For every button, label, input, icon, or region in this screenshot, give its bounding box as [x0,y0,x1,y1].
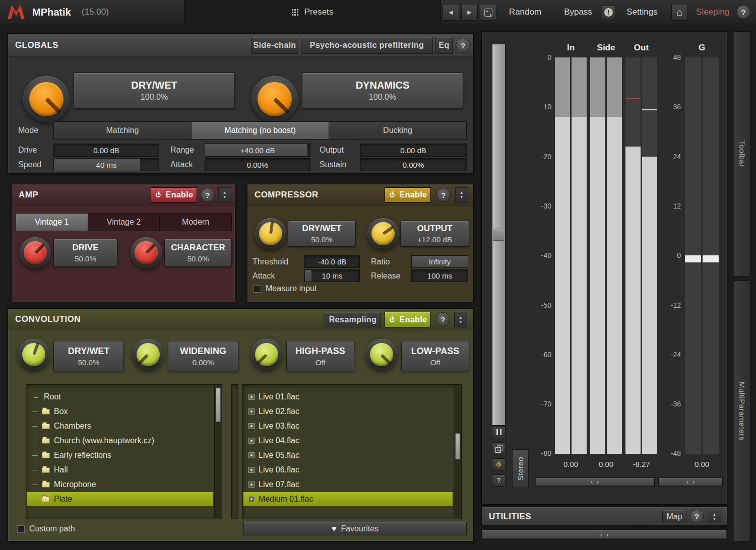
ratio-value[interactable]: Infinity [411,255,468,268]
output-value[interactable]: 0.00 dB [360,144,467,157]
tree-item-root[interactable]: Root [27,390,213,404]
global-drywet-knob[interactable] [23,76,70,122]
utilities-help-button[interactable]: ? [690,510,704,523]
amp-character-knob[interactable] [131,237,162,268]
psycho-acoustic-button[interactable]: Psycho-acoustic prefiltering [301,37,433,54]
custom-path-toggle[interactable]: Custom path [17,524,75,533]
help-button[interactable]: ? [736,5,750,19]
compressor-drywet-display[interactable]: DRY/WET 50.0% [288,221,356,247]
utilities-scrollbar[interactable]: ‹› [481,529,727,539]
eq-button[interactable]: Eq [435,37,453,54]
file-item-live-07[interactable]: Live 07.flac [243,477,453,492]
settings-button[interactable]: Settings [620,0,664,24]
widening-display[interactable]: WIDENING 0.00% [168,341,238,371]
tree-scrollbar[interactable] [214,385,222,518]
file-item-medium-01[interactable]: Medium 01.flac [243,492,453,506]
tab-vintage-2[interactable]: Vintage 2 [88,214,160,231]
map-button[interactable]: Map [662,510,686,523]
file-item-live-05[interactable]: Live 05.flac [243,448,453,462]
tree-item-chambers[interactable]: Chambers [27,419,213,433]
tree-item-plate[interactable]: Plate [27,492,213,506]
comp-attack-value[interactable]: 10 ms [304,269,360,282]
utilities-presets-spinner[interactable]: ▲▼ [708,510,721,523]
tree-item-microphone[interactable]: Microphone [27,477,213,492]
file-item-live-04[interactable]: Live 04.flac [243,434,453,448]
highpass-knob[interactable] [251,339,282,370]
meter-power-button[interactable] [492,458,506,470]
sidechain-button[interactable]: Side-chain [251,37,298,54]
meter-popup-button[interactable] [492,442,506,454]
file-list-scrollbar[interactable] [454,385,461,518]
compressor-enable-button[interactable]: Enable [385,187,431,202]
meter-h-scrollbar[interactable]: ‹› [535,477,655,487]
file-item-live-03[interactable]: Live 03.flac [243,419,453,433]
convolution-help-button[interactable]: ? [436,312,450,326]
tree-scrollbar-thumb[interactable] [216,388,221,422]
tab-modern[interactable]: Modern [160,214,231,231]
highpass-display[interactable]: HIGH-PASS Off [286,341,354,371]
measure-input-checkbox[interactable] [254,285,261,293]
tree-item-church[interactable]: Church (www.hauptwerk.cz) [27,434,213,448]
random-button[interactable]: Random [503,0,547,24]
file-item-live-01[interactable]: Live 01.flac [243,390,453,404]
previous-preset-button[interactable]: ◀ [443,4,459,21]
sustain-value[interactable]: 0.00% [360,158,467,171]
sleeping-button[interactable]: Sleeping [691,0,734,24]
measure-input-toggle[interactable]: Measure input [254,284,317,293]
tree-item-early-reflections[interactable]: Early reflections [27,448,213,462]
compressor-drywet-knob[interactable] [255,218,286,249]
release-value[interactable]: 100 ms [411,269,468,282]
resampling-button[interactable]: Resampling [325,312,381,327]
list-splitter[interactable] [231,384,238,519]
convolution-presets-spinner[interactable]: ▲▼ [454,312,467,327]
amp-enable-button[interactable]: Enable [151,187,197,202]
meter-help-button[interactable]: ? [492,474,506,487]
widening-knob[interactable] [133,339,164,370]
multiparameters-strip[interactable]: MultiParameters [734,281,750,541]
threshold-value[interactable]: -40.0 dB [304,255,360,268]
speed-value[interactable]: 40 ms [53,158,159,171]
home-button[interactable]: ⌂ [671,4,688,21]
amp-drive-knob[interactable] [20,237,51,268]
file-item-live-02[interactable]: Live 02.flac [243,404,453,419]
amp-drive-display[interactable]: DRIVE 50.0% [53,239,117,267]
amp-help-button[interactable]: ? [201,188,215,202]
bypass-button[interactable]: Bypass [557,0,599,24]
tree-item-box[interactable]: Box [27,404,213,419]
global-drywet-display[interactable]: DRY/WET 100.0% [74,73,235,109]
mode-matching-no-boost[interactable]: Matching (no boost) [192,122,329,139]
compressor-presets-spinner[interactable]: ▲▼ [455,187,468,202]
randomize-button[interactable] [480,4,496,21]
tab-vintage-1[interactable]: Vintage 1 [16,214,88,231]
amp-character-display[interactable]: CHARACTER 50.0% [164,239,232,267]
meter-zoom-slider[interactable] [492,44,506,426]
range-value[interactable]: +40.00 dB [205,144,310,157]
presets-button[interactable]: Presets [292,7,334,17]
dynamics-display[interactable]: DYNAMICS 100.0% [302,73,463,109]
file-item-live-06[interactable]: Live 06.flac [243,463,453,477]
drive-value[interactable]: 0.00 dB [53,144,159,157]
meter-pause-button[interactable] [492,426,506,438]
panic-button[interactable]: ! [602,6,615,19]
dynamics-knob[interactable] [251,76,298,122]
next-preset-button[interactable]: ▶ [461,4,478,21]
mode-matching[interactable]: Matching [54,122,192,139]
tree-item-hall[interactable]: Hall [27,463,213,477]
amp-presets-spinner[interactable]: ▲▼ [218,187,231,202]
toolbar-strip[interactable]: Toolbar [734,31,750,277]
lowpass-display[interactable]: LOW-PASS Off [401,341,469,371]
lowpass-knob[interactable] [366,339,397,370]
file-list-scrollbar-thumb[interactable] [455,433,460,459]
conv-drywet-knob[interactable] [18,339,49,370]
gain-h-scrollbar[interactable]: ‹› [658,477,723,487]
favourites-button[interactable]: ♥ Favourites [243,522,467,535]
mode-ducking[interactable]: Ducking [329,122,466,139]
conv-drywet-display[interactable]: DRY/WET 50.0% [53,341,124,371]
compressor-output-knob[interactable] [367,218,399,249]
stereo-mode-button[interactable]: Stereo [512,449,529,488]
custom-path-checkbox[interactable] [17,525,25,533]
compressor-output-display[interactable]: OUTPUT +12.00 dB [400,221,469,247]
attack-value[interactable]: 0.00% [205,158,310,171]
globals-help-button[interactable]: ? [456,38,471,53]
slider-grip[interactable] [493,229,505,241]
